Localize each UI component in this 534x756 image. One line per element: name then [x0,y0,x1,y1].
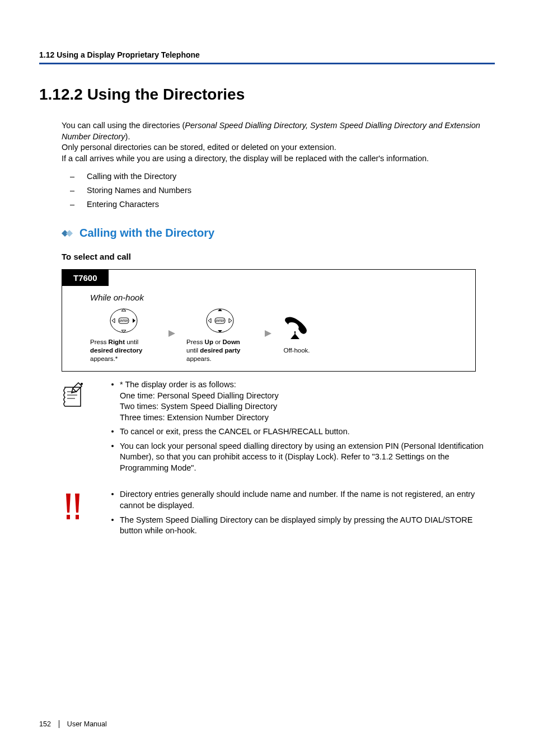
svg-marker-5 [112,318,115,323]
svg-marker-13 [208,318,211,323]
svg-point-21 [81,383,83,385]
dash-marker: – [70,170,87,184]
header-divider [39,63,495,64]
bullet-icon: • [105,489,120,511]
svg-marker-14 [229,318,232,323]
dash-marker: – [70,198,87,212]
dash-marker: – [70,184,87,198]
bullet-icon: • [105,426,120,438]
arrow-icon [167,329,176,341]
intro-line3: If a call arrives while you are using a … [62,154,429,163]
warning-block: • Directory entries generally should inc… [62,489,495,539]
bullet-icon: • [105,379,120,423]
list-item: –Calling with the Directory [70,170,495,184]
svg-rect-23 [76,515,79,519]
section-breadcrumb: 1.12 Using a Display Proprietary Telepho… [39,50,495,59]
step-3-caption: Off-hook. [283,346,310,355]
svg-marker-17 [265,330,271,337]
offhook-handset-icon [283,315,311,343]
procedure-caption: To select and call [62,252,495,261]
svg-marker-9 [168,330,175,337]
notepad-icon [62,379,94,477]
svg-text:ENTER: ENTER [216,320,224,322]
topic-list: –Calling with the Directory –Storing Nam… [70,170,495,211]
svg-marker-1 [66,230,73,237]
note-item: • To cancel or exit, press the CANCEL or… [105,426,495,438]
subheading-title: Calling with the Directory [79,227,214,240]
warning-item: • The System Speed Dialling Directory ca… [105,515,495,537]
procedure-diagram: T7600 While on-hook ENTER Press Right un… [62,269,476,372]
navigator-button-icon: ENTER [205,307,235,335]
bullet-icon: • [105,515,120,537]
list-item: –Storing Names and Numbers [70,184,495,198]
intro-text: You can call using the directories ( [62,121,185,130]
list-item: –Entering Characters [70,198,495,212]
svg-rect-22 [67,515,70,519]
intro-text: ). [125,132,130,141]
notes-block: • * The display order is as follows: One… [62,379,495,477]
step-1: ENTER Press Right until desired director… [90,307,157,363]
page-number: 152 [39,720,59,728]
navigator-button-icon: ENTER [109,307,139,335]
intro-paragraph: You can call using the directories (Pers… [62,120,495,164]
step-2-caption: Press Up or Down until desired party app… [186,338,254,363]
arrow-icon [264,329,273,341]
intro-line2: Only personal directories can be stored,… [62,143,336,152]
phone-model-tab: T7600 [62,270,109,286]
svg-marker-6 [133,318,135,323]
step-2: ENTER Press Up or Down until desired par… [186,307,254,363]
exclamation-icon [62,489,94,539]
subheading-row: Calling with the Directory [62,227,495,240]
diamond-bullet-icon [62,229,74,237]
page-title: 1.12.2 Using the Directories [39,86,495,104]
step-1-caption: Press Right until desired directory appe… [90,338,157,363]
page-header: 1.12 Using a Display Proprietary Telepho… [39,50,495,64]
note-item: • You can lock your personal speed diall… [105,441,495,474]
step-3: Off-hook. [283,315,311,355]
footer-label: User Manual [59,720,107,728]
warning-item: • Directory entries generally should inc… [105,489,495,511]
precondition-text: While on-hook [90,293,475,302]
note-item: • * The display order is as follows: One… [105,379,495,423]
svg-text:ENTER: ENTER [119,320,128,322]
page-footer: 152 User Manual [39,720,107,728]
bullet-icon: • [105,441,120,474]
